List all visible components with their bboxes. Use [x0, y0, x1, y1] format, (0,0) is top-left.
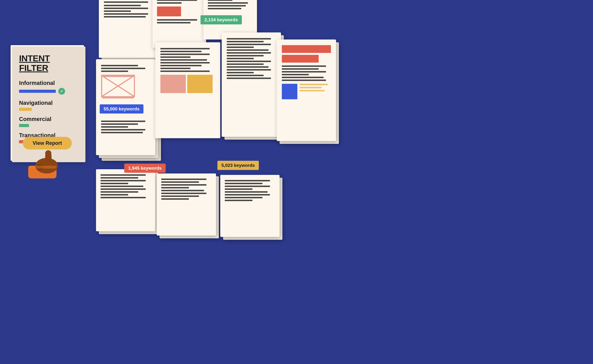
filter-informational: Informational ✓ — [19, 80, 75, 95]
keyword-badge-5023: 5,023 keywords — [217, 161, 259, 170]
document-card — [157, 174, 216, 235]
filter-commercial: Commercial — [19, 116, 75, 127]
document-card — [155, 42, 220, 138]
filter-navigational: Navigational — [19, 100, 75, 111]
document-card — [220, 175, 280, 237]
color-blocks — [160, 75, 215, 93]
blue-block — [282, 84, 297, 99]
intent-filter-title: INTENT FILTER — [19, 54, 75, 73]
document-card — [277, 39, 336, 141]
keyword-badge-55000: 55,000 keywords — [100, 104, 143, 114]
check-icon: ✓ — [58, 88, 65, 95]
filter-label-navigational: Navigational — [19, 100, 75, 106]
svg-line-1 — [102, 76, 134, 96]
svg-point-5 — [45, 150, 51, 156]
document-card: 55,000 keywords — [96, 59, 155, 155]
red-block-2 — [282, 55, 319, 63]
pointing-hand-icon — [28, 147, 68, 178]
svg-rect-8 — [28, 166, 56, 169]
red-block — [282, 45, 331, 53]
filter-label-commercial: Commercial — [19, 116, 75, 122]
intent-filter-card: INTENT FILTER Informational ✓ Navigation… — [11, 45, 84, 161]
placeholder-image — [101, 75, 135, 97]
filter-bar-commercial — [19, 124, 29, 127]
keyword-badge-1945: 1,945 keywords — [124, 164, 166, 173]
filter-bar-navigational — [19, 108, 32, 111]
filter-label-informational: Informational — [19, 80, 75, 86]
svg-line-0 — [102, 76, 134, 96]
yellow-block — [187, 75, 213, 93]
keyword-badge-2134: 2,134 keywords — [200, 15, 242, 24]
filter-bar-informational — [19, 90, 56, 93]
document-card — [96, 169, 155, 231]
pink-block — [160, 75, 186, 93]
mixed-blocks — [282, 84, 331, 99]
document-card — [222, 32, 281, 137]
document-card — [99, 0, 158, 58]
document-card — [153, 0, 206, 48]
